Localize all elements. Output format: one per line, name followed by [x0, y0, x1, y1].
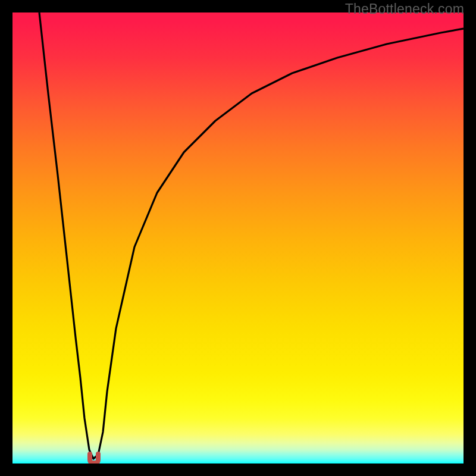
- bottleneck-curve: [12, 12, 464, 464]
- curve-path: [39, 12, 464, 459]
- watermark-text: TheBottleneck.com: [345, 1, 464, 17]
- plot-area: [12, 12, 464, 464]
- chart-frame: TheBottleneck.com: [0, 0, 476, 476]
